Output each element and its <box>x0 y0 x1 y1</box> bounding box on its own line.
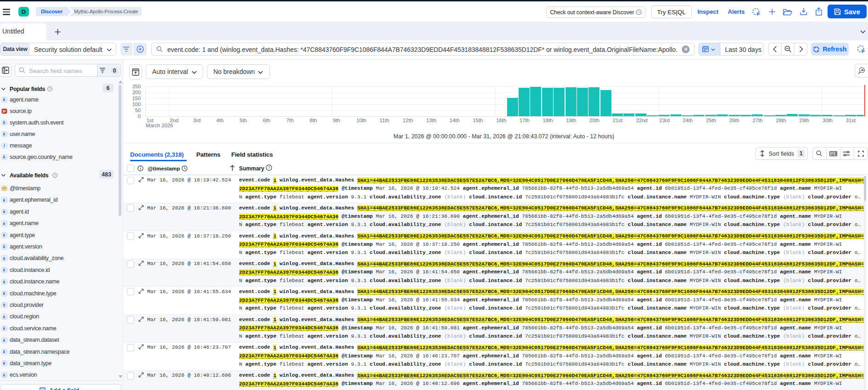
svg-text:?: ? <box>49 87 51 90</box>
svg-text:?: ? <box>54 173 56 176</box>
svg-text:?: ? <box>638 10 640 14</box>
svg-text:?: ? <box>268 165 270 170</box>
